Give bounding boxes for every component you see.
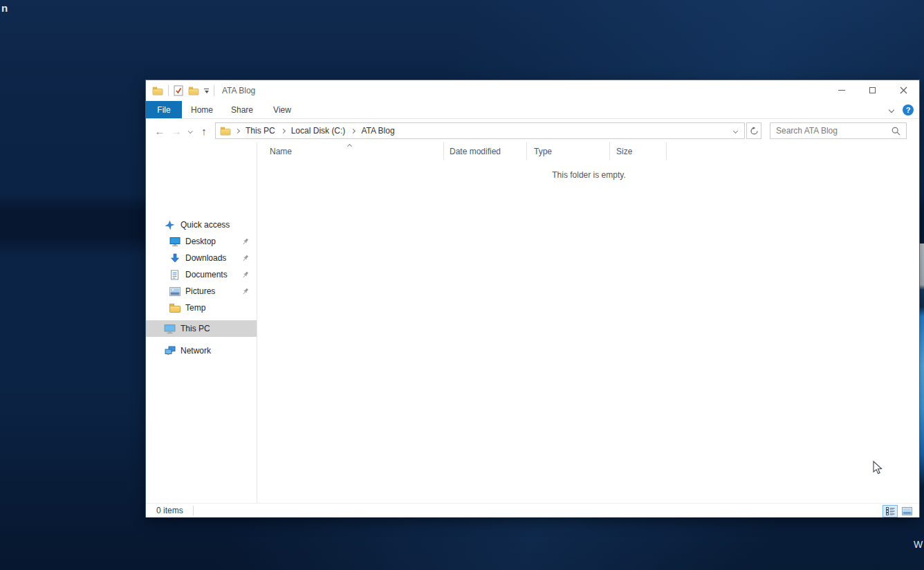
sidebar-item-label: Documents: [185, 270, 228, 279]
sidebar-item-pictures[interactable]: Pictures: [146, 283, 257, 300]
address-dropdown-icon[interactable]: [730, 129, 741, 133]
ribbon-tab-bar: File Home Share View: [146, 101, 919, 119]
tab-share[interactable]: Share: [222, 101, 262, 118]
title-bar[interactable]: ATA Blog: [146, 80, 919, 101]
folder-icon: [169, 302, 181, 313]
tab-file[interactable]: File: [146, 101, 182, 118]
toolbar-separator: [168, 85, 169, 96]
pin-icon: [242, 271, 249, 281]
refresh-button[interactable]: [746, 122, 761, 139]
search-icon[interactable]: [891, 127, 906, 136]
status-separator: [193, 506, 194, 515]
close-button[interactable]: [888, 80, 919, 100]
maximize-icon: [869, 87, 876, 93]
toolbar-separator: [214, 85, 214, 96]
window-controls: [826, 80, 919, 100]
network-icon: [164, 345, 176, 356]
navigation-pane: Quick access Desktop Downloads: [146, 142, 257, 503]
quick-access-toolbar: ATA Blog: [146, 85, 255, 96]
maximize-button[interactable]: [857, 80, 888, 100]
file-explorer-window: ATA Blog File Home Share View ? ← → ↑ Th…: [145, 80, 920, 517]
sort-ascending-icon: [347, 144, 352, 149]
file-list-area[interactable]: Name Date modified Type Size This folder…: [257, 142, 921, 503]
column-label: Type: [534, 147, 552, 156]
minimize-button[interactable]: [826, 80, 857, 100]
column-header-size[interactable]: Size: [610, 142, 667, 160]
quick-access-star-icon: [164, 219, 176, 230]
new-folder-icon[interactable]: [189, 86, 199, 95]
minimize-icon: [838, 90, 845, 91]
back-button[interactable]: ←: [151, 122, 168, 139]
breadcrumb-local-disk-c[interactable]: Local Disk (C:): [286, 126, 351, 136]
properties-icon[interactable]: [174, 85, 183, 96]
sidebar-item-label: This PC: [181, 324, 210, 333]
up-button[interactable]: ↑: [196, 122, 212, 139]
sidebar-item-network[interactable]: Network: [146, 342, 257, 359]
address-bar[interactable]: This PC Local Disk (C:) ATA Blog: [215, 122, 745, 139]
window-title: ATA Blog: [222, 86, 255, 95]
large-icons-view-button[interactable]: [899, 505, 914, 517]
pictures-icon: [169, 286, 181, 297]
column-label: Date modified: [450, 147, 501, 156]
main-area: Quick access Desktop Downloads: [146, 142, 919, 503]
details-view-icon: [886, 507, 895, 515]
sidebar-item-desktop[interactable]: Desktop: [146, 233, 257, 250]
sidebar-item-label: Downloads: [185, 253, 226, 263]
large-icons-view-icon: [902, 507, 912, 515]
column-header-type[interactable]: Type: [527, 142, 610, 160]
breadcrumb-separator-icon[interactable]: [281, 129, 286, 133]
sidebar-item-temp[interactable]: Temp: [146, 300, 257, 316]
sidebar-item-label: Network: [181, 346, 211, 356]
sidebar-item-downloads[interactable]: Downloads: [146, 250, 257, 266]
documents-icon: [169, 269, 181, 280]
help-icon[interactable]: ?: [903, 104, 914, 116]
sidebar-item-quick-access[interactable]: Quick access: [146, 217, 257, 233]
column-header-row: Name Date modified Type Size: [257, 142, 921, 160]
column-header-name[interactable]: Name: [257, 142, 444, 160]
search-box[interactable]: Search ATA Blog: [770, 122, 907, 139]
sidebar-item-label: Desktop: [185, 237, 216, 246]
column-header-date-modified[interactable]: Date modified: [444, 142, 527, 160]
view-toggles: [883, 505, 914, 517]
desktop-icon: [169, 236, 181, 247]
address-folder-icon: [221, 127, 231, 135]
close-icon: [900, 86, 907, 94]
breadcrumb-this-pc[interactable]: This PC: [240, 126, 281, 136]
tab-view[interactable]: View: [262, 101, 302, 118]
ribbon-right-controls: ?: [889, 101, 919, 119]
details-view-button[interactable]: [883, 505, 898, 517]
customize-quick-access-toolbar-icon[interactable]: [204, 89, 209, 93]
sidebar-item-label: Temp: [185, 303, 205, 313]
tab-home[interactable]: Home: [182, 101, 222, 118]
items-count: 0 items: [146, 506, 183, 515]
computer-icon: [164, 323, 176, 334]
recent-locations-icon[interactable]: [185, 122, 196, 139]
downloads-icon: [169, 252, 181, 264]
column-label: Name: [270, 147, 292, 156]
empty-folder-message: This folder is empty.: [257, 170, 921, 180]
window-folder-icon: [153, 86, 163, 95]
forward-button[interactable]: →: [168, 122, 185, 139]
pin-icon: [242, 255, 249, 264]
pin-icon: [242, 238, 249, 248]
sidebar-item-label: Pictures: [185, 286, 215, 296]
desktop-stray-text: n: [1, 2, 8, 14]
breadcrumb-separator-icon[interactable]: [351, 129, 355, 133]
mouse-cursor: [873, 461, 883, 478]
sidebar-item-this-pc[interactable]: This PC: [146, 320, 257, 337]
pin-icon: [242, 288, 249, 297]
breadcrumb-ata-blog[interactable]: ATA Blog: [355, 126, 400, 136]
desktop-stray-text-bottom: W: [914, 539, 923, 550]
refresh-icon: [750, 127, 759, 136]
sidebar-item-label: Quick access: [181, 220, 230, 230]
navigation-bar: ← → ↑ This PC Local Disk (C:) ATA Blog S…: [146, 119, 919, 142]
search-input[interactable]: Search ATA Blog: [770, 126, 891, 136]
expand-ribbon-icon[interactable]: [889, 107, 894, 113]
status-bar: 0 items: [146, 503, 919, 517]
sidebar-item-documents[interactable]: Documents: [146, 266, 257, 283]
breadcrumb-separator-icon[interactable]: [235, 129, 240, 133]
column-label: Size: [616, 147, 632, 156]
